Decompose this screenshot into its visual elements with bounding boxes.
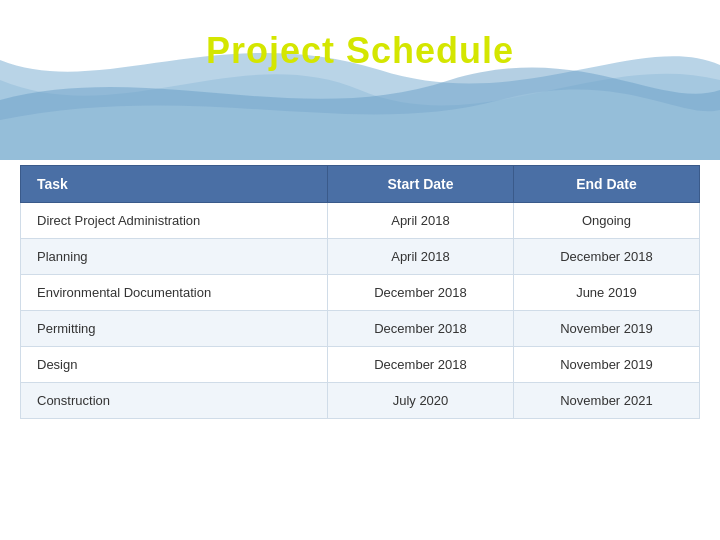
cell-start-date: April 2018: [328, 239, 514, 275]
cell-start-date: April 2018: [328, 203, 514, 239]
cell-end-date: June 2019: [513, 275, 699, 311]
table-row: DesignDecember 2018November 2019: [21, 347, 700, 383]
schedule-table: Task Start Date End Date Direct Project …: [20, 165, 700, 419]
cell-task: Construction: [21, 383, 328, 419]
table-row: ConstructionJuly 2020November 2021: [21, 383, 700, 419]
cell-end-date: Ongoing: [513, 203, 699, 239]
table-row: PermittingDecember 2018November 2019: [21, 311, 700, 347]
table-container: Task Start Date End Date Direct Project …: [20, 165, 700, 520]
column-header-end-date: End Date: [513, 166, 699, 203]
cell-end-date: November 2019: [513, 311, 699, 347]
cell-task: Environmental Documentation: [21, 275, 328, 311]
cell-task: Permitting: [21, 311, 328, 347]
cell-end-date: November 2019: [513, 347, 699, 383]
cell-task: Direct Project Administration: [21, 203, 328, 239]
table-row: PlanningApril 2018December 2018: [21, 239, 700, 275]
wave-background: [0, 0, 720, 160]
cell-start-date: December 2018: [328, 311, 514, 347]
page-container: Project Schedule Task Start Date End Dat…: [0, 0, 720, 540]
cell-start-date: December 2018: [328, 275, 514, 311]
table-row: Direct Project AdministrationApril 2018O…: [21, 203, 700, 239]
table-row: Environmental DocumentationDecember 2018…: [21, 275, 700, 311]
table-header-row: Task Start Date End Date: [21, 166, 700, 203]
cell-end-date: November 2021: [513, 383, 699, 419]
cell-end-date: December 2018: [513, 239, 699, 275]
page-title: Project Schedule: [0, 30, 720, 72]
cell-task: Design: [21, 347, 328, 383]
column-header-start-date: Start Date: [328, 166, 514, 203]
cell-task: Planning: [21, 239, 328, 275]
cell-start-date: December 2018: [328, 347, 514, 383]
cell-start-date: July 2020: [328, 383, 514, 419]
header-area: Project Schedule: [0, 0, 720, 160]
column-header-task: Task: [21, 166, 328, 203]
